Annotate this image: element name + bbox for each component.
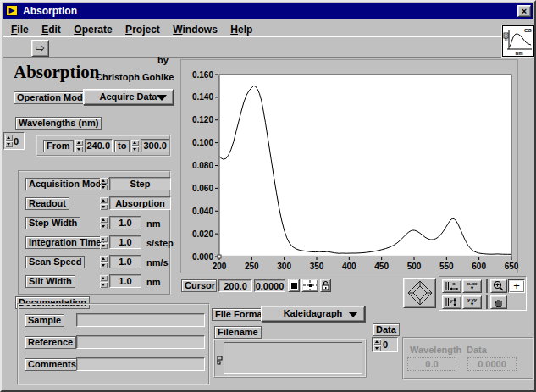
reference-row: Reference (24, 334, 208, 356)
graph-tool-palette: x x.xx▾ + (439, 276, 527, 311)
vi-icon-nm-text: nm (516, 51, 523, 56)
stepper-arrows-icon[interactable] (5, 135, 13, 147)
svg-text:250: 250 (245, 262, 259, 271)
svg-text:0.100: 0.100 (192, 138, 213, 147)
filename-path-control[interactable] (213, 339, 367, 378)
labview-app-icon: ▶ (6, 5, 18, 16)
vi-icon-cg-text: CG (524, 28, 532, 33)
sample-field[interactable] (76, 313, 205, 327)
cursor-lock-button[interactable] (320, 279, 331, 292)
data-index-value: 0 (383, 340, 388, 350)
cursor-x-field[interactable]: 200.0 (218, 279, 252, 292)
svg-text:650: 650 (505, 262, 519, 271)
black-square-icon (291, 283, 297, 289)
step-width-stepper[interactable] (100, 217, 108, 229)
menu-help[interactable]: Help (230, 24, 252, 36)
palette-divider (486, 295, 488, 309)
svg-text:0.040: 0.040 (192, 207, 213, 216)
readout-label: Readout (25, 197, 69, 210)
svg-text:0.020: 0.020 (192, 229, 213, 239)
spectrum-graph[interactable]: 0.0000.0200.0400.0600.0800.1000.1200.140… (180, 59, 518, 273)
reference-field[interactable] (76, 335, 205, 349)
svg-text:300: 300 (277, 262, 291, 271)
spectrum-chart-svg: 0.0000.0200.0400.0600.0800.1000.1200.140… (181, 60, 519, 274)
comments-field[interactable] (76, 357, 205, 371)
cursor-marker (218, 255, 221, 258)
autoscale-y-icon: y (445, 297, 460, 307)
scan-speed-label: Scan Speed (25, 256, 85, 268)
svg-text:550: 550 (439, 262, 454, 271)
from-value-field[interactable]: 240.0 (85, 139, 113, 152)
integration-time-value[interactable]: 1.0 (109, 235, 141, 249)
pan-hand-button[interactable] (490, 295, 507, 309)
cursor-crosshair-button[interactable] (301, 279, 318, 292)
menu-project[interactable]: Project (125, 24, 160, 36)
cursor-color-button[interactable] (288, 279, 300, 292)
menu-operate[interactable]: Operate (74, 24, 112, 36)
operation-mode-dropdown[interactable]: Acquire Data (83, 89, 174, 105)
wavelengths-label: Wavelengths (nm) (15, 117, 102, 130)
comments-label: Comments (25, 358, 80, 371)
acquisition-mode-value[interactable]: Step (109, 177, 171, 190)
scan-speed-unit: nm/s (146, 257, 169, 268)
hand-icon (494, 297, 505, 307)
menu-edit[interactable]: Edit (41, 24, 61, 36)
autoscale-x-button[interactable]: x (442, 279, 461, 293)
readout-stepper[interactable] (100, 197, 108, 210)
reference-label: Reference (25, 336, 76, 349)
y-precision-button[interactable]: y.yy▾ (462, 295, 482, 309)
lock-icon (322, 280, 329, 290)
chevron-down-icon (348, 312, 358, 317)
run-arrow-icon: ⇨ (36, 41, 45, 54)
filename-path-field[interactable] (224, 342, 362, 374)
to-stepper[interactable] (131, 140, 139, 152)
svg-text:350: 350 (310, 262, 324, 271)
autoscale-y-button[interactable]: y (442, 295, 461, 309)
slit-width-value[interactable]: 1.0 (109, 274, 141, 288)
scan-speed-stepper[interactable] (100, 256, 108, 268)
data-index-stepper[interactable]: 0 (372, 337, 398, 352)
vi-spectrum-icon[interactable]: CG OD nm (502, 25, 534, 57)
wavelength-readout-label: Wavelength (410, 345, 461, 355)
close-button[interactable]: × (517, 5, 531, 17)
svg-text:OD: OD (505, 33, 508, 42)
svg-text:200: 200 (213, 262, 227, 271)
wavelength-range-frame: From 240.0 to 300.0 (36, 135, 171, 157)
step-width-value[interactable]: 1.0 (109, 216, 141, 229)
cursor-move-tool-button[interactable]: + (508, 279, 525, 293)
integration-time-unit: s/step (146, 238, 174, 248)
menu-file[interactable]: File (11, 24, 29, 36)
menu-windows[interactable]: Windows (173, 24, 218, 36)
data-label: Data (373, 323, 400, 336)
acquisition-mode-label: Acquisition Mode (25, 178, 110, 190)
svg-text:0.060: 0.060 (192, 184, 213, 193)
acquisition-mode-row: Acquisition Mode Step (25, 176, 169, 196)
svg-text:0.160: 0.160 (192, 70, 213, 80)
svg-text:600: 600 (472, 262, 486, 271)
integration-time-stepper[interactable] (100, 236, 108, 249)
file-format-dropdown[interactable]: Kaleidagraph (261, 306, 365, 322)
svg-text:500: 500 (407, 262, 422, 271)
cursor-y-field[interactable]: 0.0000 (254, 279, 285, 292)
wavelengths-index-stepper[interactable]: 0 (3, 132, 25, 150)
from-stepper[interactable] (75, 140, 83, 152)
step-width-row: Step Width 1.0 nm (25, 215, 169, 235)
svg-text:0.080: 0.080 (192, 161, 213, 170)
svg-text:0.120: 0.120 (192, 115, 213, 124)
readout-value[interactable]: Absorption (109, 196, 171, 210)
acquisition-mode-stepper[interactable] (100, 178, 108, 190)
stepper-arrows-icon[interactable] (373, 339, 381, 351)
slit-width-stepper[interactable] (100, 275, 108, 288)
run-button[interactable]: ⇨ (31, 40, 49, 57)
cursor-name-button[interactable]: Cursor 1 (181, 279, 217, 292)
window-title: Absorption (23, 5, 77, 17)
x-precision-button[interactable]: x.xx▾ (462, 279, 482, 293)
slit-width-label: Slit Width (25, 275, 75, 288)
file-format-value: Kaleidagraph (284, 308, 343, 318)
toolbar: ⇨ (3, 36, 533, 58)
to-value-field[interactable]: 300.0 (141, 139, 169, 152)
pan-diamond-button[interactable] (403, 278, 436, 308)
zoom-button[interactable] (490, 279, 507, 293)
svg-text:0.000: 0.000 (192, 252, 213, 262)
scan-speed-value[interactable]: 1.0 (109, 255, 141, 268)
